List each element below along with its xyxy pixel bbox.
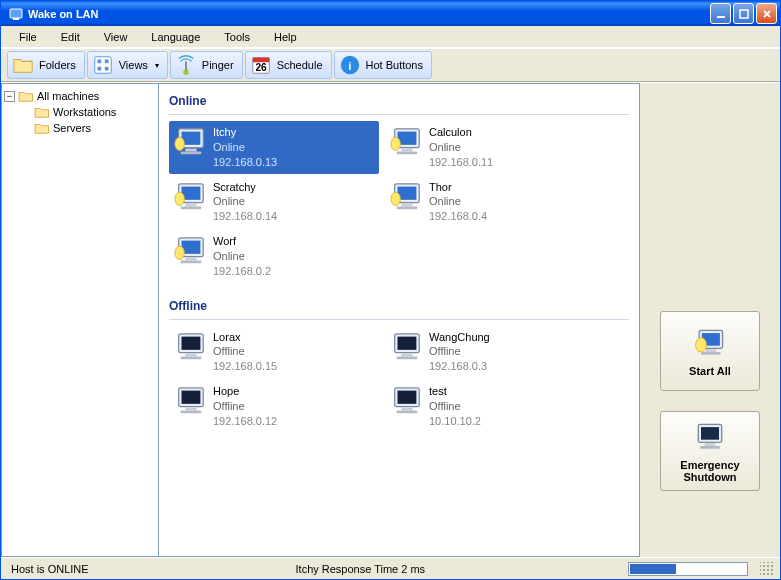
machine-item[interactable]: Hope Offline 192.168.0.12 (169, 380, 379, 433)
status-host: Host is ONLINE (7, 563, 93, 575)
emergency-shutdown-label: Emergency Shutdown (665, 459, 755, 483)
toolbar-pinger-label: Pinger (202, 59, 234, 71)
svg-rect-29 (181, 206, 202, 209)
tree-item-workstations[interactable]: Workstations (4, 104, 156, 120)
svg-rect-39 (181, 261, 202, 264)
machine-info: Scratchy Online 192.168.0.14 (213, 180, 277, 225)
expander-icon[interactable]: − (4, 91, 15, 102)
svg-point-61 (696, 338, 707, 352)
svg-rect-3 (740, 10, 748, 18)
machine-info: Hope Offline 192.168.0.12 (213, 384, 277, 429)
machine-ip: 192.168.0.13 (213, 155, 277, 170)
svg-rect-28 (185, 203, 196, 206)
machine-name: Itchy (213, 125, 277, 140)
tree-pane[interactable]: − All machines Workstations Servers (1, 83, 159, 557)
svg-rect-38 (185, 258, 196, 261)
machine-info: Thor Online 192.168.0.4 (429, 180, 487, 225)
machine-status: Offline (429, 344, 490, 359)
svg-rect-6 (105, 60, 109, 64)
progress-fill (630, 564, 676, 574)
list-pane[interactable]: Online Itchy Online 192.168.0.13 Calculo… (159, 83, 640, 557)
svg-rect-43 (185, 353, 196, 356)
svg-rect-4 (94, 57, 111, 74)
machine-ip: 192.168.0.3 (429, 359, 490, 374)
machine-ip: 10.10.10.2 (429, 414, 481, 429)
machine-item[interactable]: WangChung Offline 192.168.0.3 (385, 326, 595, 379)
machine-status: Offline (213, 344, 277, 359)
info-icon: i (339, 54, 361, 76)
machine-item[interactable]: Itchy Online 192.168.0.13 (169, 121, 379, 174)
machine-status: Online (213, 249, 271, 264)
svg-rect-10 (185, 61, 187, 70)
svg-rect-23 (401, 149, 412, 152)
machine-status: Online (429, 140, 493, 155)
svg-rect-47 (401, 353, 412, 356)
toolbar-schedule-button[interactable]: 26 Schedule (245, 51, 332, 79)
machine-ip: 192.168.0.2 (213, 264, 271, 279)
close-button[interactable] (756, 3, 777, 24)
svg-point-35 (391, 192, 400, 205)
menu-language[interactable]: Language (141, 28, 210, 46)
toolbar-pinger-button[interactable]: Pinger (170, 51, 243, 79)
app-icon (8, 6, 24, 22)
machine-status: Online (213, 140, 277, 155)
menu-file[interactable]: File (9, 28, 47, 46)
svg-rect-19 (181, 151, 202, 154)
machine-name: Calculon (429, 125, 493, 140)
window-title-text: Wake on LAN (28, 8, 99, 20)
svg-rect-5 (97, 60, 101, 64)
machine-item[interactable]: test Offline 10.10.10.2 (385, 380, 595, 433)
machine-name: Hope (213, 384, 277, 399)
machine-info: Calculon Online 192.168.0.11 (429, 125, 493, 170)
views-icon (92, 54, 114, 76)
tree-item-label: Workstations (53, 106, 116, 118)
toolbar-hotbuttons-label: Hot Buttons (366, 59, 423, 71)
svg-rect-48 (397, 356, 418, 359)
folder-icon (34, 105, 50, 119)
machine-name: test (429, 384, 481, 399)
machine-item[interactable]: Lorax Offline 192.168.0.15 (169, 326, 379, 379)
svg-rect-7 (97, 67, 101, 71)
menu-tools[interactable]: Tools (214, 28, 260, 46)
toolbar-hotbuttons-button[interactable]: i Hot Buttons (334, 51, 432, 79)
machine-item[interactable]: Calculon Online 192.168.0.11 (385, 121, 595, 174)
tree-root-label: All machines (37, 90, 99, 102)
start-all-button[interactable]: Start All (660, 311, 760, 391)
monitor-bulb-icon (692, 325, 728, 361)
menu-view[interactable]: View (94, 28, 138, 46)
svg-rect-65 (700, 446, 720, 449)
machine-ip: 192.168.0.11 (429, 155, 493, 170)
machine-status: Online (429, 194, 487, 209)
machine-item[interactable]: Thor Online 192.168.0.4 (385, 176, 595, 229)
toolbar-views-button[interactable]: Views ▾ (87, 51, 168, 79)
machine-name: WangChung (429, 330, 490, 345)
menu-edit[interactable]: Edit (51, 28, 90, 46)
svg-rect-1 (13, 18, 19, 20)
window-title: Wake on LAN (4, 6, 710, 22)
svg-rect-51 (185, 408, 196, 411)
minimize-button[interactable] (710, 3, 731, 24)
emergency-shutdown-button[interactable]: Emergency Shutdown (660, 411, 760, 491)
maximize-button[interactable] (733, 3, 754, 24)
machine-item[interactable]: Worf Online 192.168.0.2 (169, 230, 379, 283)
svg-rect-42 (182, 336, 201, 349)
group-header-offline: Offline (169, 295, 629, 320)
machine-info: WangChung Offline 192.168.0.3 (429, 330, 490, 375)
svg-rect-54 (398, 391, 417, 404)
toolbar-folders-button[interactable]: Folders (7, 51, 85, 79)
resize-grip-icon[interactable] (760, 562, 774, 576)
svg-rect-55 (401, 408, 412, 411)
menu-help[interactable]: Help (264, 28, 307, 46)
svg-text:i: i (348, 61, 351, 72)
tree-root-item[interactable]: − All machines (4, 88, 156, 104)
svg-rect-8 (105, 67, 109, 71)
svg-rect-64 (705, 443, 716, 446)
machine-ip: 192.168.0.12 (213, 414, 277, 429)
machine-item[interactable]: Scratchy Online 192.168.0.14 (169, 176, 379, 229)
svg-rect-33 (401, 203, 412, 206)
tree-item-servers[interactable]: Servers (4, 120, 156, 136)
svg-rect-2 (717, 16, 725, 18)
svg-rect-60 (701, 352, 721, 355)
svg-text:26: 26 (255, 62, 267, 73)
statusbar: Host is ONLINE Itchy Response Time 2 ms (1, 557, 780, 579)
